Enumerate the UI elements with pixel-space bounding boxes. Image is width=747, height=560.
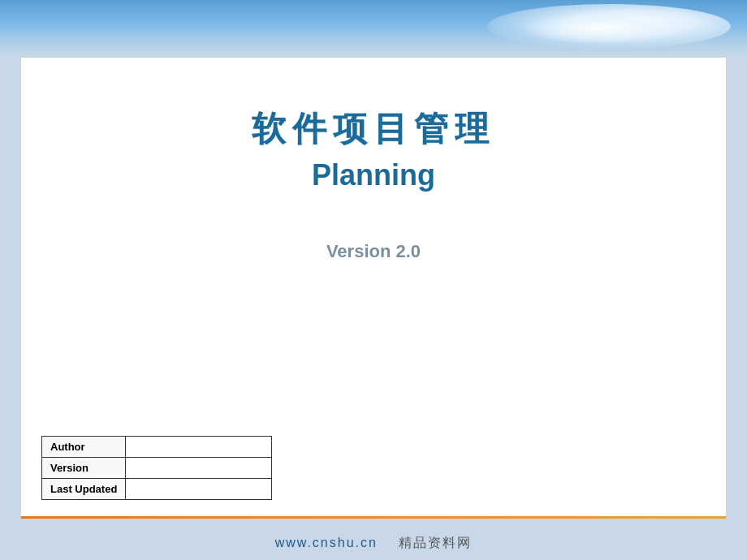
sky-header-background: [0, 0, 747, 57]
author-label: Author: [42, 437, 126, 458]
footer-site-name: 精品资料网: [399, 536, 472, 549]
slide-version: Version 2.0: [326, 241, 421, 262]
last-updated-label: Last Updated: [42, 479, 126, 500]
slide-container: 软件项目管理 Planning Version 2.0 Author Versi…: [20, 57, 727, 519]
table-row: Version: [42, 458, 272, 479]
table-row: Author: [42, 437, 272, 458]
slide-title-chinese: 软件项目管理: [252, 106, 495, 152]
footer-watermark: www.cnshu.cn 精品资料网: [0, 535, 747, 552]
slide-accent-line: [21, 516, 726, 519]
info-table-container: Author Version Last Updated: [21, 436, 726, 516]
info-table: Author Version Last Updated: [41, 436, 272, 500]
table-row: Last Updated: [42, 479, 272, 500]
version-label: Version: [42, 458, 126, 479]
slide-title-english: Planning: [312, 158, 435, 192]
last-updated-value: [126, 479, 272, 500]
version-value: [126, 458, 272, 479]
author-value: [126, 437, 272, 458]
slide-content-area: 软件项目管理 Planning Version 2.0: [21, 58, 726, 436]
footer-site-url: www.cnshu.cn: [275, 536, 378, 549]
